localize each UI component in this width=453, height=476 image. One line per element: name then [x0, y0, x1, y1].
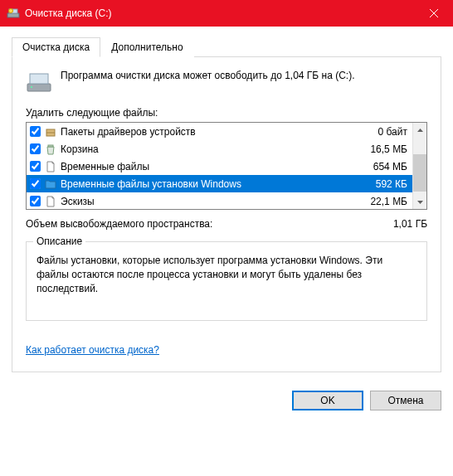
freed-space-value: 1,01 ГБ — [393, 218, 427, 230]
file-size: 654 МБ — [359, 161, 409, 172]
file-name: Временные файлы — [61, 161, 356, 172]
file-checkbox[interactable] — [30, 126, 41, 137]
description-legend: Описание — [33, 236, 85, 247]
description-text: Файлы установки, которые использует прог… — [37, 254, 416, 295]
file-row[interactable]: Корзина16,5 МБ — [27, 140, 412, 158]
svg-rect-4 — [30, 74, 48, 84]
file-size: 22,1 МБ — [359, 196, 409, 207]
scroll-thumb[interactable] — [413, 154, 426, 192]
file-list: Пакеты драйверов устройств0 байтКорзина1… — [26, 122, 427, 210]
file-type-icon — [44, 195, 57, 208]
file-type-icon — [44, 125, 57, 138]
file-size: 0 байт — [359, 126, 409, 138]
cancel-button[interactable]: Отмена — [370, 391, 441, 410]
file-size: 16,5 МБ — [359, 143, 409, 155]
file-name: Пакеты драйверов устройств — [61, 126, 356, 138]
file-type-icon — [44, 177, 57, 191]
dialog-buttons: OK Отмена — [0, 382, 453, 422]
file-name: Корзина — [61, 143, 356, 155]
tab-panel: Программа очистки диска может освободить… — [12, 56, 441, 372]
file-type-icon — [44, 143, 57, 156]
file-type-icon — [44, 160, 57, 173]
tab-more-options[interactable]: Дополнительно — [100, 37, 193, 57]
ok-button[interactable]: OK — [292, 391, 363, 410]
close-button[interactable] — [415, 0, 453, 27]
freed-space-label: Объем высвобождаемого пространства: — [26, 218, 212, 230]
delete-files-label: Удалить следующие файлы: — [26, 107, 427, 119]
svg-rect-7 — [48, 145, 53, 147]
file-checkbox[interactable] — [30, 178, 41, 189]
file-checkbox[interactable] — [30, 161, 41, 172]
scrollbar[interactable] — [412, 123, 426, 209]
summary-text: Программа очистки диска может освободить… — [61, 69, 355, 83]
scroll-track[interactable] — [413, 137, 426, 195]
help-link[interactable]: Как работает очистка диска? — [26, 344, 159, 356]
titlebar: Очистка диска (C:) — [0, 0, 453, 27]
description-group: Описание Файлы установки, которые исполь… — [26, 241, 427, 321]
scroll-down-button[interactable] — [413, 195, 426, 209]
svg-point-2 — [9, 9, 13, 13]
svg-rect-0 — [7, 13, 19, 17]
file-name: Временные файлы установки Windows — [61, 178, 356, 190]
file-checkbox[interactable] — [30, 196, 41, 206]
file-row[interactable]: Временные файлы установки Windows592 КБ — [27, 175, 412, 192]
drive-cleanup-icon — [7, 7, 20, 20]
scroll-up-button[interactable] — [413, 123, 426, 137]
svg-point-5 — [31, 86, 32, 88]
window-title: Очистка диска (C:) — [25, 7, 415, 19]
file-row[interactable]: Эскизы22,1 МБ — [27, 192, 412, 209]
file-row[interactable]: Временные файлы654 МБ — [27, 158, 412, 175]
tab-strip: Очистка диска Дополнительно — [12, 37, 441, 57]
file-checkbox[interactable] — [30, 143, 41, 154]
file-row[interactable]: Пакеты драйверов устройств0 байт — [27, 123, 412, 140]
tab-cleanup[interactable]: Очистка диска — [12, 37, 100, 57]
file-name: Эскизы — [61, 196, 356, 207]
drive-icon — [26, 69, 52, 95]
file-size: 592 КБ — [359, 178, 409, 190]
